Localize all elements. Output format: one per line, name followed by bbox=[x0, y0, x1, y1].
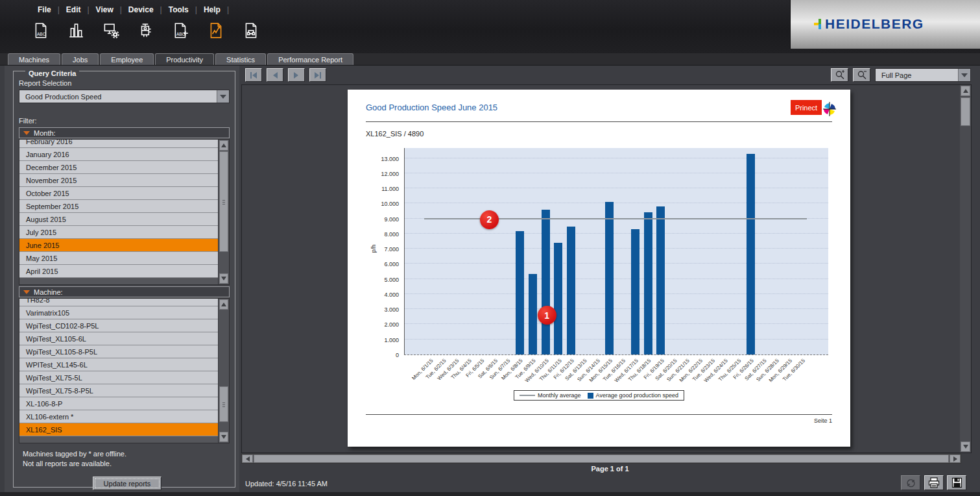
gridline bbox=[405, 188, 828, 188]
update-reports-button[interactable]: Update reports bbox=[93, 477, 161, 490]
report-selection-label: Report Selection bbox=[19, 79, 71, 87]
list-item[interactable]: September 2015 bbox=[19, 200, 218, 213]
tab-statistics[interactable]: Statistics bbox=[215, 53, 266, 65]
refresh-button[interactable] bbox=[901, 475, 920, 490]
query-criteria-groupbox: Query Criteria Report Selection Good Pro… bbox=[13, 71, 235, 488]
legend-item: Average good production speed bbox=[588, 392, 678, 399]
report-export-icon[interactable]: ABC bbox=[171, 21, 191, 40]
press-machine-icon[interactable] bbox=[136, 21, 156, 40]
menu-device[interactable]: Device bbox=[122, 5, 160, 15]
month-list-scrollbar[interactable] bbox=[218, 140, 229, 284]
dropdown-arrow-icon[interactable] bbox=[217, 90, 229, 103]
first-page-button[interactable] bbox=[245, 68, 262, 82]
legend-square-swatch bbox=[588, 393, 593, 399]
menu-bar: File|Edit|View|Device|Tools|Help| bbox=[31, 4, 229, 16]
list-item[interactable]: WpiTest_XL75-5L bbox=[19, 371, 218, 384]
scrollbar-thumb[interactable] bbox=[961, 97, 970, 126]
zoom-level-dropdown[interactable]: Full Page bbox=[875, 68, 971, 82]
scrollbar-thumb[interactable] bbox=[219, 386, 228, 422]
list-item[interactable]: October 2015 bbox=[19, 187, 218, 200]
heidelberg-logo-text: HEIDELBERG bbox=[825, 16, 924, 32]
bar-Thu-6-11-15 bbox=[554, 243, 562, 354]
report-document-icon[interactable]: ABC bbox=[31, 21, 51, 40]
menu-help[interactable]: Help bbox=[197, 5, 227, 15]
bar-chart-icon[interactable] bbox=[66, 21, 86, 40]
scroll-left-button[interactable] bbox=[242, 454, 253, 463]
filter-label: Filter: bbox=[19, 117, 37, 125]
heidelberg-logo-panel: HEIDELBERG bbox=[790, 0, 980, 49]
scroll-up-button[interactable] bbox=[219, 299, 228, 310]
save-button[interactable] bbox=[947, 475, 966, 490]
list-item[interactable]: WpiTest_CD102-8-P5L bbox=[19, 319, 218, 332]
menu-file[interactable]: File bbox=[31, 5, 58, 15]
legend-line-swatch bbox=[520, 395, 535, 396]
last-page-button[interactable] bbox=[309, 68, 326, 82]
computer-settings-icon[interactable] bbox=[101, 21, 121, 40]
list-item[interactable]: December 2015 bbox=[19, 161, 218, 174]
tab-jobs[interactable]: Jobs bbox=[62, 53, 99, 65]
y-tick-label: 12.000 bbox=[381, 171, 399, 177]
scroll-right-button[interactable] bbox=[950, 454, 961, 463]
scroll-down-button[interactable] bbox=[219, 273, 228, 284]
y-tick-label: 0 bbox=[396, 352, 399, 358]
tab-performance-report[interactable]: Performance Report bbox=[267, 53, 353, 65]
machine-list-scrollbar[interactable] bbox=[218, 299, 229, 443]
bar-Mon-6-15-15 bbox=[605, 202, 614, 354]
performance-report-icon[interactable] bbox=[206, 21, 226, 40]
list-item[interactable]: July 2015 bbox=[19, 226, 218, 239]
next-page-button[interactable] bbox=[288, 68, 305, 82]
machine-list: TH82-8Varimatrix105WpiTest_CD102-8-P5LWp… bbox=[19, 299, 218, 443]
print-button[interactable] bbox=[924, 475, 944, 490]
header-rule bbox=[366, 121, 832, 122]
list-item[interactable]: November 2015 bbox=[19, 174, 218, 187]
viewer-vertical-scrollbar[interactable] bbox=[960, 85, 971, 453]
machine-listbox: TH82-8Varimatrix105WpiTest_CD102-8-P5LWp… bbox=[19, 298, 230, 443]
scroll-up-button[interactable] bbox=[961, 86, 970, 96]
tab-machines[interactable]: Machines bbox=[8, 53, 60, 65]
list-item[interactable]: XL106-extern * bbox=[19, 410, 218, 423]
previous-page-button[interactable] bbox=[267, 68, 283, 82]
scroll-down-button[interactable] bbox=[961, 441, 970, 452]
list-item[interactable]: Varimatrix105 bbox=[19, 306, 218, 319]
list-item[interactable]: February 2016 bbox=[19, 140, 218, 148]
viewer-horizontal-scrollbar[interactable] bbox=[241, 454, 961, 464]
month-section-header[interactable]: Month: bbox=[19, 127, 230, 138]
annotation-circle-1: 1 bbox=[538, 306, 556, 325]
report-selection-dropdown[interactable]: Good Production Speed bbox=[19, 90, 230, 103]
menu-edit[interactable]: Edit bbox=[60, 5, 88, 15]
list-item[interactable]: XL-106-8-P bbox=[19, 397, 218, 410]
scroll-down-button[interactable] bbox=[219, 432, 228, 442]
zoom-in-button[interactable] bbox=[831, 68, 848, 82]
list-item[interactable]: XL162_SIS bbox=[19, 423, 218, 436]
chart-legend: Monthly averageAverage good production s… bbox=[348, 390, 850, 401]
scrollbar-thumb[interactable] bbox=[254, 454, 949, 463]
zoom-out-button[interactable] bbox=[853, 68, 870, 82]
list-item[interactable]: June 2015 bbox=[19, 239, 218, 252]
month-list: February 2016January 2016December 2015No… bbox=[19, 140, 218, 284]
scrollbar-thumb[interactable] bbox=[219, 151, 228, 252]
list-item[interactable]: April 2015 bbox=[19, 265, 218, 278]
machine-section-header[interactable]: Machine: bbox=[19, 286, 230, 297]
list-item[interactable]: January 2016 bbox=[19, 148, 218, 161]
tab-employee[interactable]: Employee bbox=[100, 53, 154, 65]
collapse-triangle-icon bbox=[23, 290, 30, 297]
list-item[interactable]: May 2015 bbox=[19, 252, 218, 265]
list-item[interactable]: WpiTest_XL105-8-P5L bbox=[19, 345, 218, 358]
legend-item: Monthly average bbox=[520, 392, 581, 399]
list-item[interactable]: WPITest_XL145-6L bbox=[19, 358, 218, 371]
list-item[interactable]: WpiTest_XL75-8-P5L bbox=[19, 384, 218, 397]
gridline bbox=[405, 203, 828, 203]
menu-view[interactable]: View bbox=[90, 5, 120, 15]
scroll-up-button[interactable] bbox=[219, 140, 228, 151]
list-item[interactable]: August 2015 bbox=[19, 213, 218, 226]
bar-Tue-6-9-15 bbox=[529, 274, 537, 354]
tab-productivity[interactable]: Productivity bbox=[155, 53, 214, 65]
collapse-triangle-icon bbox=[23, 131, 30, 138]
gridline bbox=[405, 233, 828, 234]
query-criteria-title: Query Criteria bbox=[25, 69, 79, 77]
list-item[interactable]: TH82-8 bbox=[19, 299, 218, 306]
menu-tools[interactable]: Tools bbox=[162, 5, 195, 15]
list-item[interactable]: WpiTest_XL105-6L bbox=[19, 332, 218, 345]
dropdown-arrow-icon[interactable] bbox=[958, 69, 970, 81]
workflow-report-icon[interactable] bbox=[241, 21, 261, 40]
